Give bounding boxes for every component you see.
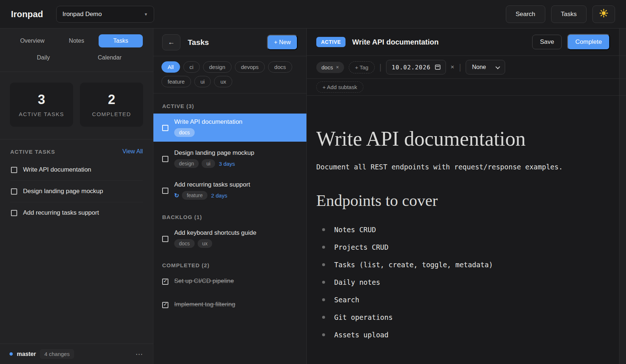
save-button[interactable]: Save bbox=[532, 35, 562, 49]
filter-pill-ui[interactable]: ui bbox=[194, 76, 211, 87]
task-row-completed[interactable]: Set up CI/CD pipeline bbox=[153, 273, 306, 290]
sun-icon bbox=[599, 9, 608, 19]
tag-filters: All ci design devops docs feature ui ux bbox=[153, 56, 306, 93]
checkbox-unchecked[interactable] bbox=[162, 156, 168, 162]
filter-pill-design[interactable]: design bbox=[203, 61, 232, 73]
branch-dot-icon bbox=[9, 352, 13, 356]
bullet-icon bbox=[322, 228, 325, 231]
app-logo: Ironpad bbox=[11, 9, 43, 19]
tasks-button[interactable]: Tasks bbox=[551, 5, 587, 23]
bullet-icon bbox=[322, 246, 325, 249]
theme-toggle-button[interactable] bbox=[592, 5, 615, 23]
filter-pill-feature[interactable]: feature bbox=[161, 76, 191, 87]
stat-label: COMPLETED bbox=[92, 111, 131, 117]
active-tasks-title: ACTIVE TASKS bbox=[10, 149, 55, 155]
due-label: 3 days bbox=[219, 161, 235, 167]
back-arrow-icon: ← bbox=[168, 38, 175, 46]
checkbox-unchecked[interactable] bbox=[162, 188, 168, 194]
checkbox-unchecked[interactable] bbox=[11, 188, 17, 195]
changes-badge: 4 changes bbox=[40, 349, 74, 359]
project-select-value: Ironpad Demo bbox=[62, 11, 144, 18]
tag-badge: ux bbox=[198, 239, 213, 248]
content-subheading: Endpoints to cover bbox=[316, 191, 608, 210]
bullet-icon bbox=[322, 333, 325, 336]
remove-tag-icon[interactable]: × bbox=[336, 64, 339, 70]
stat-cards: 3 ACTIVE TASKS 2 COMPLETED bbox=[0, 72, 153, 127]
task-row-selected[interactable]: Write API documentation docs bbox=[153, 114, 306, 142]
tag-badge: feature bbox=[182, 191, 207, 200]
list-item: Git operations bbox=[316, 309, 608, 326]
sidebar-tab-overview[interactable]: Overview bbox=[10, 34, 54, 47]
sidebar-tabs: Overview Notes Tasks Daily Calendar bbox=[0, 28, 153, 66]
main-columns: Overview Notes Tasks Daily Calendar 3 AC… bbox=[0, 28, 626, 364]
detail-title: Write API documentation bbox=[352, 38, 532, 46]
status-badge: ACTIVE bbox=[316, 37, 346, 47]
filter-pill-all[interactable]: All bbox=[161, 61, 180, 73]
checkbox-checked[interactable] bbox=[162, 302, 168, 308]
sidebar-tab-notes[interactable]: Notes bbox=[54, 34, 99, 47]
tasks-panel-title: Tasks bbox=[188, 38, 267, 47]
tag-chip-docs[interactable]: docs × bbox=[316, 62, 344, 73]
sidebar-tab-daily[interactable]: Daily bbox=[10, 51, 77, 64]
checkbox-unchecked[interactable] bbox=[11, 210, 17, 216]
detail-content[interactable]: Write API documentation Document all RES… bbox=[307, 96, 626, 344]
topbar: Ironpad Ironpad Demo ▼ Search Tasks bbox=[0, 0, 626, 28]
stat-label: ACTIVE TASKS bbox=[19, 111, 64, 117]
ellipsis-icon[interactable]: ⋯ bbox=[135, 350, 144, 359]
section-label-backlog: BACKLOG (1) bbox=[153, 204, 306, 225]
sidebar-task-item[interactable]: Add recurring tasks support bbox=[10, 202, 143, 223]
task-row-completed[interactable]: Implement tag filtering bbox=[153, 296, 306, 313]
due-date-input[interactable]: 10.02.2026 bbox=[386, 60, 446, 74]
stat-value: 2 bbox=[108, 92, 115, 107]
divider: | bbox=[379, 62, 382, 72]
checkbox-unchecked[interactable] bbox=[11, 167, 17, 173]
sidebar-tab-calendar[interactable]: Calendar bbox=[77, 51, 143, 64]
stat-card-active: 3 ACTIVE TASKS bbox=[10, 83, 73, 127]
filter-pill-ux[interactable]: ux bbox=[214, 76, 232, 87]
dropdown-icon: ▼ bbox=[144, 12, 148, 16]
checkbox-unchecked[interactable] bbox=[162, 236, 168, 242]
task-row[interactable]: Add keyboard shortcuts guide docs ux bbox=[153, 225, 306, 253]
active-tasks-section: ACTIVE TASKS View All Write API document… bbox=[0, 139, 153, 223]
new-task-button[interactable]: + New bbox=[267, 35, 298, 50]
filter-pill-devops[interactable]: devops bbox=[235, 61, 265, 73]
tag-badge: design bbox=[174, 159, 199, 168]
tag-badge: docs bbox=[174, 239, 195, 248]
sidebar: Overview Notes Tasks Daily Calendar 3 AC… bbox=[0, 28, 153, 364]
calendar-icon[interactable] bbox=[435, 65, 440, 70]
list-item: Search bbox=[316, 291, 608, 309]
project-select[interactable]: Ironpad Demo ▼ bbox=[56, 6, 154, 23]
tag-badge: ui bbox=[202, 159, 215, 168]
add-subtask-button[interactable]: + Add subtask bbox=[316, 81, 363, 93]
divider: | bbox=[459, 62, 461, 72]
due-label: 2 days bbox=[211, 192, 227, 199]
tasks-panel: ← Tasks + New All ci design devops docs … bbox=[153, 28, 307, 364]
recurrence-value: None bbox=[472, 64, 486, 70]
clear-date-icon[interactable]: × bbox=[451, 64, 454, 71]
filter-pill-ci[interactable]: ci bbox=[183, 61, 200, 73]
add-tag-button[interactable]: + Tag bbox=[349, 61, 375, 73]
sidebar-tab-tasks[interactable]: Tasks bbox=[99, 34, 143, 47]
filter-pill-docs[interactable]: docs bbox=[268, 61, 292, 73]
search-button[interactable]: Search bbox=[506, 5, 545, 23]
back-button[interactable]: ← bbox=[162, 34, 180, 50]
checkbox-checked[interactable] bbox=[162, 279, 168, 285]
list-item: Assets upload bbox=[316, 326, 608, 344]
complete-button[interactable]: Complete bbox=[567, 34, 610, 50]
sidebar-task-item[interactable]: Write API documentation bbox=[10, 159, 143, 181]
recurring-icon: ↻ bbox=[174, 192, 179, 199]
due-date-value: 10.02.2026 bbox=[392, 64, 430, 71]
subtask-row: + Add subtask bbox=[307, 79, 626, 96]
stat-card-completed: 2 COMPLETED bbox=[80, 83, 143, 127]
recurrence-select[interactable]: None bbox=[466, 60, 505, 74]
task-row[interactable]: Design landing page mockup design ui 3 d… bbox=[153, 145, 306, 173]
bullet-icon bbox=[322, 316, 325, 319]
sidebar-task-item[interactable]: Design landing page mockup bbox=[10, 181, 143, 202]
view-all-link[interactable]: View All bbox=[122, 148, 143, 155]
checkbox-unchecked[interactable] bbox=[162, 125, 168, 131]
bullet-icon bbox=[322, 263, 325, 266]
git-status-footer: master 4 changes ⋯ bbox=[0, 344, 153, 364]
tag-badge: docs bbox=[174, 128, 195, 137]
section-label-active: ACTIVE (3) bbox=[153, 93, 306, 114]
task-row[interactable]: Add recurring tasks support ↻ feature 2 … bbox=[153, 176, 306, 204]
